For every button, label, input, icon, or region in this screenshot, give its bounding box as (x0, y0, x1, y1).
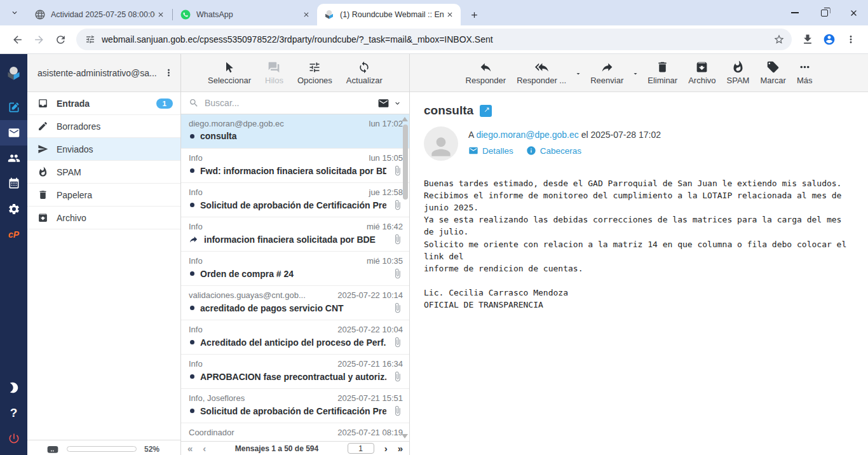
bookmark-star-button[interactable] (770, 31, 788, 48)
inbox-icon (37, 98, 48, 109)
prev-page-button[interactable]: ‹ (203, 444, 206, 453)
tab-close-button[interactable] (301, 9, 312, 20)
download-button[interactable] (797, 29, 818, 50)
message-row[interactable]: Infolun 15:05 Fwd: informacion finaciera… (181, 149, 409, 183)
maximize-button[interactable] (810, 0, 839, 25)
tab-title: (1) Roundcube Webmail :: Envia (340, 10, 444, 19)
minimize-button[interactable] (780, 0, 810, 25)
info-icon (526, 146, 536, 156)
message-title: consulta (424, 104, 473, 118)
attachment-paperclip-icon (392, 371, 403, 382)
profile-button[interactable] (818, 29, 840, 50)
close-window-button[interactable] (839, 0, 868, 25)
tab-close-button[interactable] (444, 9, 456, 20)
message-datetime: el 2025-07-28 17:02 (581, 130, 661, 140)
message-row[interactable]: Infojue 12:58 Solicitud de aprobación de… (181, 183, 409, 217)
back-button[interactable] (6, 29, 28, 50)
contacts-nav-button[interactable] (0, 146, 27, 171)
forward-menu-button[interactable] (632, 69, 639, 78)
search-scope-button[interactable] (377, 97, 402, 109)
mail-nav-button[interactable] (0, 120, 27, 146)
archive-button[interactable]: Archivo (688, 60, 715, 85)
delete-button[interactable]: Eliminar (648, 60, 677, 85)
message-subject: informacion finaciera solicitada por BDE (204, 234, 386, 245)
options-button[interactable]: Opciones (297, 61, 332, 85)
url-text[interactable]: webmail.sanjuan.gob.ec/cpsess5350978522/… (102, 34, 770, 44)
account-menu-button[interactable] (161, 67, 175, 78)
help-button[interactable]: ? (0, 400, 27, 426)
scrollbar-thumb[interactable] (403, 125, 408, 200)
pagination-bar: « ‹ Mensajes 1 a 50 de 594 › » (181, 441, 409, 455)
page-input[interactable] (348, 443, 374, 454)
search-input[interactable] (205, 98, 372, 108)
threads-icon (268, 61, 280, 74)
folder-item-entrada[interactable]: Entrada 1 (27, 92, 180, 115)
message-list: diego.moran@dpe.gob.eclun 17:02 consulta… (181, 114, 409, 441)
list-toolbar: Seleccionar Hilos Opciones Actualizar (181, 54, 409, 92)
more-button[interactable]: Más (797, 60, 813, 85)
tab-roundcube[interactable]: (1) Roundcube Webmail :: Envia (317, 4, 461, 25)
browser-menu-button[interactable] (840, 29, 862, 50)
mark-button[interactable]: Marcar (760, 60, 785, 85)
message-row[interactable]: Coordinador2025-07-21 08:19 (181, 423, 409, 441)
message-row[interactable]: Info2025-07-22 10:04 Acreditado del anti… (181, 320, 409, 355)
reply-all-button[interactable]: Responder ... (517, 60, 566, 85)
message-sender: Info (189, 256, 362, 266)
calendar-nav-button[interactable] (0, 171, 27, 196)
address-bar[interactable]: webmail.sanjuan.gob.ec/cpsess5350978522/… (76, 29, 792, 50)
reply-button[interactable]: Responder (466, 60, 506, 85)
message-date: lun 15:05 (369, 153, 403, 163)
scrollbar-down-arrow[interactable] (402, 434, 408, 438)
folder-item-archivo[interactable]: Archivo (27, 207, 180, 229)
message-row[interactable]: Info2025-07-21 16:34 APROBACION fase pre… (181, 355, 409, 389)
tab-close-button[interactable] (155, 9, 166, 20)
last-page-button[interactable]: » (398, 444, 403, 453)
spam-button[interactable]: SPAM (727, 60, 750, 85)
reply-all-menu-button[interactable] (574, 69, 582, 78)
tab-search-button[interactable] (6, 4, 23, 21)
message-row[interactable]: validaciones.guayas@cnt.gob...2025-07-22… (181, 286, 409, 320)
folder-item-spam[interactable]: SPAM (27, 161, 180, 184)
message-row[interactable]: Infomié 16:42 informacion finaciera soli… (181, 217, 409, 252)
to-email-link[interactable]: diego.moran@dpe.gob.ec (476, 130, 578, 140)
open-in-new-button[interactable] (480, 105, 492, 117)
forward-button[interactable]: Reenviar (590, 60, 623, 85)
next-page-button[interactable]: › (384, 444, 388, 453)
reply-icon (479, 60, 492, 74)
cpanel-button[interactable]: cP (0, 222, 27, 247)
folder-label: Archivo (57, 213, 86, 223)
new-tab-button[interactable] (466, 6, 482, 23)
first-page-button[interactable]: « (187, 444, 193, 453)
select-button[interactable]: Seleccionar (208, 61, 251, 85)
details-link[interactable]: Detalles (468, 146, 513, 156)
message-subject: Acreditado del anticipo del proceso de P… (200, 337, 386, 348)
headers-link[interactable]: Cabeceras (526, 146, 581, 156)
message-subject: APROBACION fase precontractual y autoriz… (200, 372, 386, 382)
message-row[interactable]: diego.moran@dpe.gob.eclun 17:02 consulta (181, 114, 409, 149)
folder-item-borradores[interactable]: Borradores (27, 115, 180, 138)
message-subject: consulta (200, 131, 403, 141)
compose-button[interactable] (0, 95, 27, 120)
settings-nav-button[interactable] (0, 196, 27, 222)
message-sender: validaciones.guayas@cnt.gob... (189, 290, 332, 300)
folder-item-enviados[interactable]: Enviados (27, 138, 180, 161)
activity-favicon-icon (34, 9, 46, 20)
folder-label: Entrada (57, 98, 90, 109)
refresh-button[interactable]: Actualizar (346, 61, 383, 85)
reload-button[interactable] (50, 29, 71, 50)
threads-button[interactable]: Hilos (265, 61, 283, 85)
folder-item-papelera[interactable]: Papelera (27, 184, 180, 207)
message-date: 2025-07-22 10:04 (337, 325, 403, 334)
tab-whatsapp[interactable]: WhatsApp (173, 4, 317, 25)
forward-button[interactable] (28, 29, 50, 50)
tab-activity[interactable]: Actividad 2025-07-25 08:00:00 (28, 4, 172, 25)
dark-mode-toggle[interactable] (0, 375, 27, 400)
logout-button[interactable] (0, 426, 27, 451)
unread-dot (190, 306, 194, 310)
site-info-icon[interactable] (85, 34, 95, 44)
message-row[interactable]: Info, Joseflores2025-07-21 15:51 Solicit… (181, 389, 409, 423)
attachment-paperclip-icon (392, 405, 403, 416)
scrollbar-up-arrow[interactable] (402, 117, 408, 121)
message-subject: Fwd: informacion finaciera solicitada po… (200, 166, 386, 176)
message-row[interactable]: Infomié 10:35 Orden de compra # 24 (181, 252, 409, 286)
